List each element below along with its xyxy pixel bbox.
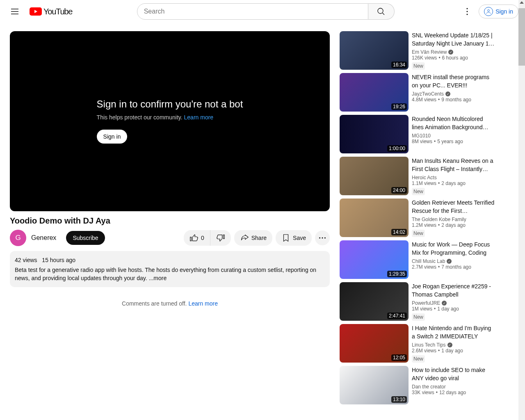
content: Sign in to confirm you're not a bot This… [0, 23, 525, 416]
verified-icon: ✓ [448, 50, 453, 55]
search-input[interactable] [137, 3, 368, 20]
suggestion-thumbnail[interactable]: 12:05 [340, 324, 409, 363]
svg-point-0 [378, 8, 383, 14]
suggestion-channel: Em Vân Review ✓ [412, 49, 495, 55]
scrollbar[interactable] [518, 0, 525, 416]
bookmark-icon [281, 233, 290, 242]
svg-point-1 [467, 8, 468, 9]
suggestion-channel: Linus Tech Tips ✓ [412, 342, 495, 348]
new-badge: New [412, 313, 425, 321]
more-actions-button[interactable] [315, 231, 330, 245]
search-button[interactable] [368, 3, 395, 20]
suggestion-stats: 2.6M views•1 day ago [412, 348, 495, 354]
suggestion-item[interactable]: 14:02 Golden Retriever Meets Terrified R… [340, 199, 504, 237]
suggestion-meta: Rounded Neon Multicolored lines Animatio… [412, 115, 504, 153]
settings-button[interactable] [459, 3, 475, 20]
menu-button[interactable] [7, 3, 23, 20]
suggestion-item[interactable]: 24:00 Man Insults Keanu Reeves on a Firs… [340, 157, 504, 195]
suggestion-item[interactable]: 1:29:35 Music for Work — Deep Focus Mix … [340, 240, 504, 279]
suggestion-thumbnail[interactable]: 13:10 [340, 366, 409, 404]
subscribe-button[interactable]: Subscribe [66, 231, 105, 245]
signin-label: Sign in [495, 8, 513, 15]
signin-button[interactable]: Sign in [479, 5, 518, 18]
duration-badge: 1:29:35 [387, 271, 407, 277]
suggestion-channel: Chill Music Lab ✓ [412, 258, 495, 264]
primary-column: Sign in to confirm you're not a bot This… [10, 31, 330, 408]
suggestion-channel: JayzTwoCents ✓ [412, 91, 495, 97]
svg-point-2 [467, 11, 468, 12]
duration-badge: 24:00 [391, 187, 407, 194]
suggestion-item[interactable]: 1:00:00 Rounded Neon Multicolored lines … [340, 115, 504, 153]
channel-info: G Generex Subscribe [10, 230, 105, 246]
logo-text: YouTube [43, 7, 72, 16]
suggestion-stats: 1M views•1 day ago [412, 306, 495, 312]
player-learn-more-link[interactable]: Learn more [184, 114, 214, 121]
suggestion-stats: 4.8M views•9 months ago [412, 97, 495, 103]
svg-point-5 [319, 237, 320, 238]
share-button[interactable]: Share [234, 230, 272, 246]
duration-badge: 2:47:41 [387, 313, 407, 319]
suggestion-channel: The Golden Kobe Family [412, 217, 495, 222]
suggestion-item[interactable]: 19:26 NEVER install these programs on yo… [340, 73, 504, 112]
video-description[interactable]: 42 views 15 hours ago Beta test for a ge… [10, 251, 330, 287]
verified-icon: ✓ [445, 91, 450, 96]
like-button[interactable]: 0 [184, 230, 210, 246]
dislike-button[interactable] [210, 230, 231, 246]
desc-header: 42 views 15 hours ago [15, 256, 325, 264]
desc-more-button[interactable]: ...more [149, 275, 167, 281]
player-prompt-subtitle: This helps protect our community. Learn … [97, 114, 243, 121]
duration-badge: 12:05 [391, 354, 407, 361]
suggestion-stats: 1.2M views•2 days ago [412, 222, 495, 228]
share-label: Share [251, 235, 267, 241]
scrollbar-thumb[interactable] [518, 8, 525, 66]
player-signin-button[interactable]: Sign in [97, 130, 128, 144]
svg-point-3 [467, 14, 468, 15]
suggestion-item[interactable]: 13:10 How to include SEO to make ANY vid… [340, 366, 504, 404]
channel-avatar[interactable]: G [10, 230, 26, 246]
header-left: YouTube [7, 3, 72, 20]
suggestion-stats: 8M views•5 years ago [412, 139, 495, 144]
suggestion-channel: Dan the creator [412, 384, 495, 390]
view-count: 42 views [15, 257, 37, 263]
ellipsis-icon [318, 233, 327, 242]
suggestion-thumbnail[interactable]: 19:26 [340, 73, 409, 112]
youtube-logo[interactable]: YouTube [30, 7, 72, 16]
suggestion-thumbnail[interactable]: 2:47:41 [340, 282, 409, 321]
video-player: Sign in to confirm you're not a bot This… [10, 31, 330, 211]
suggestion-thumbnail[interactable]: 1:29:35 [340, 240, 409, 279]
player-prompt-title: Sign in to confirm you're not a bot [97, 98, 243, 110]
suggestion-item[interactable]: 16:34 SNL Weekend Update 1/18/25 | Satur… [340, 31, 504, 70]
youtube-icon [30, 7, 42, 16]
duration-badge: 14:02 [391, 229, 407, 235]
suggestion-stats: 2.7M views•7 months ago [412, 264, 495, 270]
suggestion-item[interactable]: 12:05 I Hate Nintendo and I'm Buying a S… [340, 324, 504, 363]
suggestion-title: NEVER install these programs on your PC.… [412, 73, 495, 89]
svg-point-6 [322, 237, 323, 238]
kebab-icon [462, 7, 472, 16]
suggestion-thumbnail[interactable]: 16:34 [340, 31, 409, 70]
suggestion-item[interactable]: 2:47:41 Joe Rogan Experience #2259 - Tho… [340, 282, 504, 321]
share-icon [240, 233, 249, 242]
svg-point-7 [324, 237, 326, 238]
suggestion-stats: 126K views•6 hours ago [412, 55, 495, 61]
user-icon [484, 7, 493, 16]
suggestion-thumbnail[interactable]: 1:00:00 [340, 115, 409, 153]
suggestion-title: SNL Weekend Update 1/18/25 | Saturday Ni… [412, 31, 495, 48]
suggestion-title: Rounded Neon Multicolored lines Animatio… [412, 115, 495, 131]
comments-learn-more-link[interactable]: Learn more [188, 300, 218, 307]
video-meta-row: G Generex Subscribe 0 Share [10, 230, 330, 246]
suggestion-meta: Man Insults Keanu Reeves on a First Clas… [412, 157, 504, 195]
suggestion-channel: MG1010 [412, 133, 495, 139]
search-icon [376, 7, 386, 16]
desc-body: Beta test for a generative radio app wit… [15, 266, 325, 282]
suggestion-title: How to include SEO to make ANY video go … [412, 366, 495, 382]
search-box [137, 3, 395, 20]
suggestion-thumbnail[interactable]: 14:02 [340, 199, 409, 237]
suggestion-title: Joe Rogan Experience #2259 - Thomas Camp… [412, 282, 495, 299]
suggestion-thumbnail[interactable]: 24:00 [340, 157, 409, 195]
upload-date: 15 hours ago [42, 257, 75, 263]
header-center [137, 3, 395, 20]
new-badge: New [412, 62, 425, 70]
save-button[interactable]: Save [276, 230, 312, 246]
channel-name[interactable]: Generex [31, 234, 56, 242]
